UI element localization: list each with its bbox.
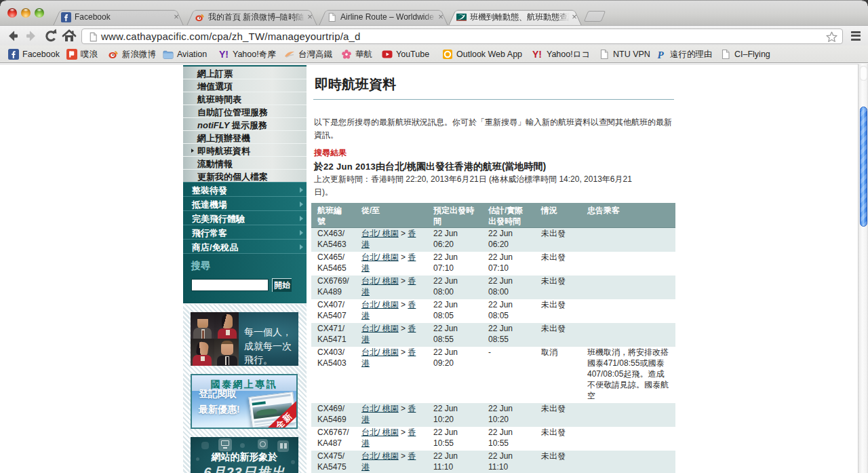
svg-text:Y!: Y! <box>219 49 229 60</box>
svg-text:Y!: Y! <box>532 49 542 60</box>
svg-text:P: P <box>658 50 665 60</box>
